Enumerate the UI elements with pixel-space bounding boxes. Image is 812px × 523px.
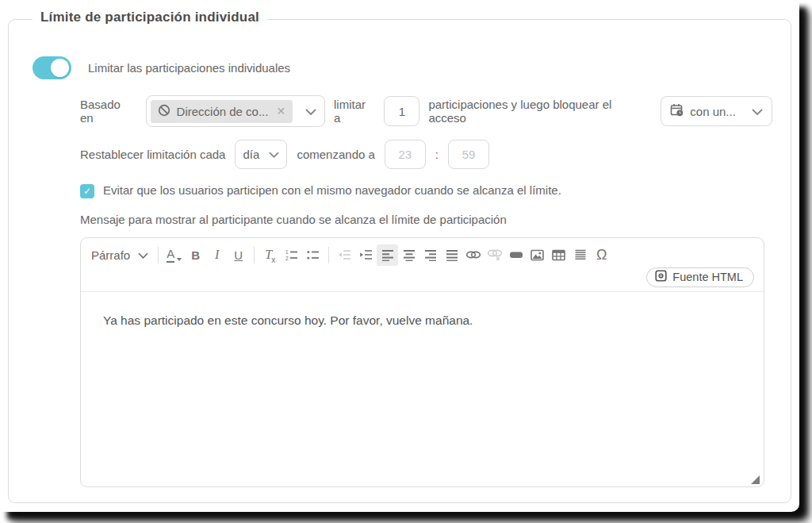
insert-table-button[interactable]: [548, 244, 569, 266]
minute-input[interactable]: [448, 140, 489, 169]
starting-at-label: comenzando a: [297, 148, 374, 161]
period-label: día: [243, 148, 259, 161]
block-mode-select[interactable]: con un...: [661, 96, 772, 126]
paragraph-format-label: Párrafo: [91, 248, 130, 262]
browser-checkbox-label: Evitar que los usuarios participen con e…: [103, 183, 561, 197]
limit-count-input[interactable]: [384, 96, 419, 126]
limit-toggle-label: Limitar las participaciones individuales: [88, 61, 290, 75]
toolbar-separator: [328, 247, 329, 263]
reset-row: Restablecer limitación cada día comenzan…: [80, 139, 489, 169]
time-separator: :: [435, 148, 439, 161]
html-source-button[interactable]: Fuente HTML: [646, 267, 754, 287]
html-source-icon: [655, 270, 667, 284]
italic-button[interactable]: I: [206, 244, 228, 266]
chevron-down-icon: [269, 148, 279, 161]
editor-content[interactable]: Ya has participado en este concurso hoy.…: [81, 292, 764, 488]
limit-toggle[interactable]: [33, 56, 71, 79]
calendar-clock-icon: [670, 103, 684, 119]
toolbar-row-2: Fuente HTML: [88, 267, 756, 288]
underline-icon: U: [234, 249, 243, 261]
insert-button-button[interactable]: [505, 244, 527, 266]
resize-handle-icon[interactable]: [751, 475, 760, 484]
based-on-label: Basado en: [80, 98, 137, 125]
outdent-button[interactable]: [334, 244, 355, 266]
align-right-icon: [424, 248, 437, 261]
outdent-icon: [338, 248, 351, 261]
browser-checkbox-row: ✓ Evitar que los usuarios participen con…: [80, 183, 561, 198]
editor-text: Ya has participado en este concurso hoy.…: [103, 313, 473, 327]
unlink-button[interactable]: [484, 244, 505, 266]
paragraph-format-dropdown[interactable]: Párrafo: [88, 244, 153, 266]
settings-card: Límite de participación individual Limit…: [0, 0, 799, 512]
justify-button[interactable]: [441, 244, 462, 266]
align-center-button[interactable]: [398, 244, 419, 266]
button-widget-icon: [509, 249, 523, 260]
lines-icon: [574, 248, 587, 261]
align-left-button[interactable]: [377, 244, 398, 266]
check-icon: ✓: [83, 186, 91, 197]
font-color-icon: A: [167, 247, 182, 263]
reset-label: Restablecer limitación cada: [80, 148, 225, 161]
limit-toggle-row: Limitar las participaciones individuales: [33, 56, 290, 79]
based-on-select[interactable]: Dirección de co... ✕: [146, 95, 325, 127]
underline-button[interactable]: U: [228, 244, 249, 266]
message-label: Mensaje para mostrar al participante cua…: [80, 213, 507, 226]
line-height-button[interactable]: [569, 244, 591, 266]
align-left-icon: [381, 248, 394, 261]
participation-limit-panel: Límite de participación individual Limit…: [8, 19, 791, 503]
period-select[interactable]: día: [235, 140, 287, 169]
panel-legend: Límite de participación individual: [33, 10, 267, 25]
clear-formatting-button[interactable]: Tx: [259, 244, 281, 266]
bullet-list-button[interactable]: [302, 244, 324, 266]
bold-icon: B: [191, 249, 200, 261]
toolbar-separator: [158, 247, 159, 263]
bold-button[interactable]: B: [185, 244, 206, 266]
toolbar-separator: [254, 247, 255, 263]
selected-tag: Dirección de co... ✕: [151, 100, 293, 123]
toggle-knob: [51, 59, 69, 77]
indent-icon: [359, 248, 373, 261]
svg-text:1: 1: [285, 249, 289, 255]
svg-text:2: 2: [285, 256, 289, 261]
table-icon: [552, 249, 565, 261]
message-editor: Párrafo A B I: [80, 237, 764, 487]
based-on-row: Basado en Dirección de co... ✕ limitar a…: [80, 95, 772, 127]
italic-icon: I: [215, 248, 219, 261]
chevron-down-icon: [305, 105, 316, 118]
html-source-label: Fuente HTML: [672, 271, 743, 283]
numbered-list-icon: 1 2: [285, 248, 298, 261]
after-limit-label: participaciones y luego bloquear el acce…: [428, 98, 652, 125]
toolbar-row-1: Párrafo A B I: [88, 243, 756, 267]
justify-icon: [446, 248, 458, 261]
link-button[interactable]: [462, 244, 484, 266]
numbered-list-button[interactable]: 1 2: [281, 244, 302, 266]
align-right-button[interactable]: [419, 244, 441, 266]
browser-checkbox[interactable]: ✓: [80, 184, 94, 198]
bullet-list-icon: [306, 248, 320, 261]
link-icon: [465, 249, 481, 260]
special-character-button[interactable]: Ω: [591, 244, 612, 266]
prohibition-icon: [158, 104, 170, 119]
image-icon: [530, 249, 544, 261]
chevron-down-icon: [752, 105, 763, 118]
remove-tag-icon[interactable]: ✕: [276, 105, 285, 117]
insert-image-button[interactable]: [527, 244, 548, 266]
chevron-down-icon: [138, 248, 148, 262]
editor-toolbar: Párrafo A B I: [81, 238, 764, 292]
font-color-button[interactable]: A: [163, 244, 185, 266]
align-center-icon: [403, 248, 416, 261]
unlink-icon: [487, 248, 503, 261]
hour-input[interactable]: [385, 140, 426, 169]
omega-icon: Ω: [596, 247, 607, 263]
indent-button[interactable]: [355, 244, 377, 266]
block-mode-label: con un...: [690, 105, 745, 118]
selected-tag-label: Dirección de co...: [177, 105, 269, 118]
limit-to-label: limitar a: [334, 98, 375, 125]
